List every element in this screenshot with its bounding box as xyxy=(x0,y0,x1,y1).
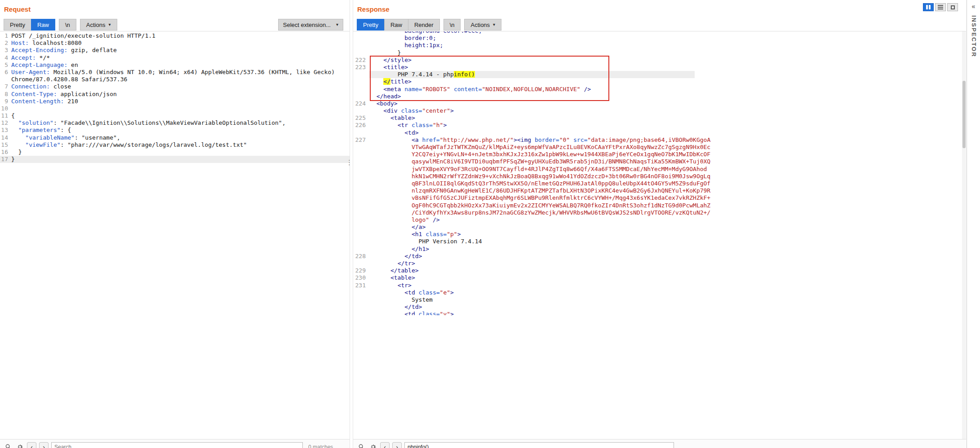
columns-icon xyxy=(926,5,928,9)
code-line: 15 "viewFile": "phar:///var/www/storage/… xyxy=(0,141,350,149)
code-line: 13 "parameters": { xyxy=(0,127,350,134)
code-line: <meta name="ROBOTS" content="NOINDEX,NOF… xyxy=(353,86,962,93)
layout-rows-button[interactable] xyxy=(935,3,946,11)
code-line: 225 <table> xyxy=(353,114,962,122)
code-line: </td> xyxy=(353,303,962,311)
inspector-expand-icon[interactable]: « xyxy=(967,3,980,10)
code-line: 6User-Agent: Mozilla/5.0 (Windows NT 10.… xyxy=(0,69,350,76)
code-line: 5Accept-Language: en xyxy=(0,61,350,69)
tab-response-newline[interactable]: \n xyxy=(443,19,461,31)
code-line: <h1 class="p"> xyxy=(353,231,962,238)
code-line: 8Content-Type: application/json xyxy=(0,91,350,98)
code-line: qasywlMEnC8iV6I9VTDi0uqbmfPFSqZW+gyUHXuE… xyxy=(353,158,962,165)
next-match-button[interactable]: › xyxy=(392,442,402,448)
actions-label: Actions xyxy=(86,22,106,28)
code-line: 228 </td> xyxy=(353,253,962,260)
code-line: 222 </style> xyxy=(353,57,962,64)
response-editor[interactable]: background-color:#ccc; border:0; height:… xyxy=(353,31,962,315)
code-line: border:0; xyxy=(353,35,962,42)
code-line: background-color:#ccc; xyxy=(353,31,962,35)
request-actions-button[interactable]: Actions ▾ xyxy=(80,19,117,31)
inspector-panel[interactable]: « INSPECTOR xyxy=(967,0,980,448)
extension-dropdown[interactable]: Select extension... ▾ xyxy=(278,19,343,31)
code-line: hkN1wCMHN2rWfYZZdnWz9+vXchNkJzBoaQ8Bxqg9… xyxy=(353,173,962,180)
previous-match-button[interactable]: ‹ xyxy=(27,442,36,448)
request-editor[interactable]: 1POST /_ignition/execute-solution HTTP/1… xyxy=(0,31,350,315)
search-icon[interactable] xyxy=(4,443,13,448)
search-icon[interactable] xyxy=(357,443,366,448)
code-line: 7Connection: close xyxy=(0,83,350,90)
code-line: 223 <title> xyxy=(353,64,962,71)
code-line: <td> xyxy=(353,129,962,136)
response-tabs: Pretty Raw Render \n Actions ▾ xyxy=(357,19,501,31)
tab-request-raw[interactable]: Raw xyxy=(31,19,55,31)
code-line: 4Accept: */* xyxy=(0,54,350,61)
code-line: 9Content-Length: 210 xyxy=(0,98,350,105)
matches-label: 0 matches xyxy=(308,444,333,448)
code-line: </title> xyxy=(353,78,962,85)
next-match-button[interactable]: › xyxy=(39,442,49,448)
code-line: VTwGAqWTafJzTWTKZmQuZ/klMpAiZ+eys6mpWfVa… xyxy=(353,144,962,151)
code-line: <td class="v"> xyxy=(353,311,962,315)
code-line: 227 <a href="http://www.php.net/"><img b… xyxy=(353,136,962,144)
panel-splitter-handle[interactable]: ⋮ xyxy=(346,160,351,171)
chevron-down-icon: ▾ xyxy=(108,22,111,27)
tab-response-render[interactable]: Render xyxy=(408,19,440,31)
code-line: PHP Version 7.4.14 xyxy=(353,238,962,245)
previous-match-button[interactable]: ‹ xyxy=(380,442,390,448)
code-line: qBF3lnLOII8qlGKqdStQ3rTh5MStwXX5O/nElmet… xyxy=(353,180,962,187)
layout-columns-button[interactable] xyxy=(923,3,934,11)
code-line: </a> xyxy=(353,224,962,231)
code-line: nlzqmRXFN0GAnwKgHeWlE1C/86UDJHFKptATZMPZ… xyxy=(353,187,962,194)
code-line: 12 "solution": "Facade\\Ignition\\Soluti… xyxy=(0,119,350,127)
code-line: 16 } xyxy=(0,149,350,156)
code-line: 226 <tr class="h"> xyxy=(353,122,962,129)
code-line: 230 <table> xyxy=(353,274,962,281)
tab-response-raw[interactable]: Raw xyxy=(384,19,408,31)
code-line: 3Accept-Encoding: gzip, deflate xyxy=(0,47,350,54)
layout-single-button[interactable] xyxy=(947,3,958,11)
request-search-input[interactable] xyxy=(51,442,303,448)
chevron-down-icon: ▾ xyxy=(493,22,495,27)
response-actions-button[interactable]: Actions ▾ xyxy=(464,19,501,31)
gear-icon[interactable] xyxy=(15,443,24,448)
scrollbar-thumb[interactable] xyxy=(962,81,966,148)
code-line: 231 <tr> xyxy=(353,282,962,289)
code-line: 11{ xyxy=(0,112,350,119)
request-tabs: Pretty Raw \n Actions ▾ xyxy=(4,19,117,31)
code-line: 14 "variableName": "username", xyxy=(0,134,350,141)
code-line: </tr> xyxy=(353,260,962,267)
gear-icon[interactable] xyxy=(368,443,377,448)
tab-response-pretty[interactable]: Pretty xyxy=(357,19,385,31)
tab-request-newline[interactable]: \n xyxy=(59,19,76,31)
actions-label: Actions xyxy=(470,22,490,28)
request-search-bar: ‹ › 0 matches xyxy=(0,439,350,448)
code-line: vBsNFifGfG5zCJUFiztmpEXAbqhMgr6SLWBPu9Rl… xyxy=(353,194,962,202)
code-line: } xyxy=(353,49,962,57)
code-line: height:1px; xyxy=(353,42,962,49)
response-code: background-color:#ccc; border:0; height:… xyxy=(353,31,962,315)
code-line: 229 </table> xyxy=(353,267,962,274)
chevron-down-icon: ▾ xyxy=(336,22,338,27)
code-line: logo" /> xyxy=(353,216,962,224)
code-line: 224 <body> xyxy=(353,100,962,107)
editor-layout-buttons xyxy=(923,3,958,11)
request-panel: Request Pretty Raw \n Actions ▾ Select e… xyxy=(0,0,350,448)
response-scrollbar[interactable] xyxy=(962,31,966,439)
response-search-input[interactable] xyxy=(404,442,674,448)
tab-request-pretty[interactable]: Pretty xyxy=(4,19,31,31)
inspector-label: INSPECTOR xyxy=(971,15,977,57)
code-line: Chrome/87.0.4280.88 Safari/537.36 xyxy=(0,76,350,83)
code-line: jwVTXBpeXVY9oF3RcUQ+OO9NT7Cayfld+4RJlP4Z… xyxy=(353,166,962,173)
request-code: 1POST /_ignition/execute-solution HTTP/1… xyxy=(0,32,350,163)
code-line: 10 xyxy=(0,105,350,112)
code-line: /CiYdKyfhYx3Aws8urp8nsJM72naGCG8zYwZMecj… xyxy=(353,209,962,216)
response-panel: Response Pretty Raw Render \n Actions ▾ … xyxy=(353,0,966,448)
single-pane-icon xyxy=(951,5,955,9)
code-line: </head> xyxy=(353,93,962,100)
code-line: <td class="e"> xyxy=(353,289,962,296)
code-line: </h1> xyxy=(353,246,962,253)
extension-dropdown-label: Select extension... xyxy=(283,22,331,28)
code-line: 1POST /_ignition/execute-solution HTTP/1… xyxy=(0,32,350,40)
response-panel-title: Response xyxy=(357,5,390,13)
